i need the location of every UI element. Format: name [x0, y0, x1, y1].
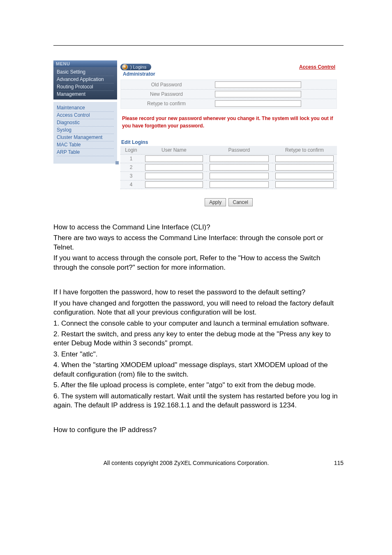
admin-screenshot: MENU Basic Setting Advanced Application … — [53, 60, 337, 206]
table-row: 3 — [120, 172, 337, 180]
username-input-1[interactable] — [145, 155, 203, 162]
faq-a2e: 4. When the "starting XMODEM upload" mes… — [53, 361, 344, 379]
edit-logins-heading: Edit Logins — [121, 139, 337, 145]
sidebar-item-mac-table[interactable]: MAC Table — [57, 141, 114, 149]
password-input-1[interactable] — [210, 155, 269, 162]
faq-a2f: 5. After the file upload process is comp… — [53, 381, 344, 390]
page-number: 115 — [319, 460, 344, 466]
retype-input-1[interactable] — [275, 155, 334, 162]
col-username: User Name — [142, 146, 206, 155]
retype-input-3[interactable] — [275, 173, 334, 179]
sidebar-item-routing-protocol[interactable]: Routing Protocol — [57, 83, 114, 91]
top-rule — [53, 45, 344, 46]
faq-a2d: 3. Enter "atlc". — [53, 350, 344, 359]
faq-a1a: There are two ways to access the Command… — [53, 234, 344, 252]
col-password: Password — [206, 146, 272, 155]
sidebar-main: Basic Setting Advanced Application Routi… — [53, 67, 117, 99]
faq-a2c: 2. Restart the switch, and press any key… — [53, 330, 344, 348]
row-new-password: New Password — [121, 90, 336, 99]
table-row: 1 — [120, 155, 337, 163]
page-footer: All contents copyright 2008 ZyXEL Commun… — [53, 460, 344, 466]
password-input-3[interactable] — [210, 173, 269, 179]
bulb-icon — [122, 64, 128, 70]
sidebar-item-syslog[interactable]: Syslog — [57, 127, 114, 134]
faq-q3: How to configure the IP address? — [53, 426, 344, 435]
username-input-2[interactable] — [145, 164, 203, 171]
title-bar: ) Logins Access Control — [120, 64, 337, 70]
page-title-text: ) Logins — [130, 65, 146, 69]
row-old-password: Old Password — [121, 80, 336, 90]
sidebar-item-basic-setting[interactable]: Basic Setting — [57, 69, 114, 76]
password-input-2[interactable] — [210, 164, 269, 171]
faq-a2a: If you have changed and forgotten the pa… — [53, 299, 344, 317]
col-login: Login — [120, 146, 142, 155]
sidebar-item-access-control[interactable]: Access Control — [57, 112, 114, 119]
cancel-button[interactable]: Cancel — [228, 198, 253, 206]
sidebar: MENU Basic Setting Advanced Application … — [53, 60, 117, 206]
username-input-4[interactable] — [145, 181, 203, 188]
access-control-link[interactable]: Access Control — [299, 64, 337, 70]
old-password-input[interactable] — [215, 81, 301, 88]
faq-a1b: If you want to access through the consol… — [53, 254, 344, 272]
splitter-handle[interactable] — [115, 161, 119, 164]
col-retype: Retype to confirm — [272, 146, 337, 155]
faq-a2b: 1. Connect the console cable to your com… — [53, 319, 344, 328]
faq-a2g: 6. The system will automatically restart… — [53, 392, 344, 410]
table-row: 4 — [120, 180, 337, 189]
new-password-label: New Password — [121, 90, 212, 99]
retype-input-2[interactable] — [275, 164, 334, 171]
content-area: ) Logins Access Control Administrator Ol… — [117, 60, 337, 206]
row-retype-password: Retype to confirm — [121, 99, 336, 108]
page-title-pill: ) Logins — [120, 64, 151, 70]
sidebar-item-advanced-application[interactable]: Advanced Application — [57, 76, 114, 83]
new-password-input[interactable] — [215, 91, 301, 97]
edit-logins-table: Login User Name Password Retype to confi… — [120, 146, 337, 189]
sidebar-item-management[interactable]: Management — [57, 91, 114, 98]
sidebar-item-cluster-management[interactable]: Cluster Management — [57, 134, 114, 141]
sidebar-item-diagnostic[interactable]: Diagnostic — [57, 119, 114, 127]
copyright: All contents copyright 2008 ZyXEL Commun… — [53, 460, 319, 466]
faq-body: How to access the Command Line Interface… — [53, 223, 344, 435]
password-warning: Please record your new password whenever… — [122, 115, 335, 130]
retype-input-4[interactable] — [275, 181, 334, 188]
password-input-4[interactable] — [210, 181, 269, 188]
login-number: 3 — [120, 172, 142, 180]
sidebar-sub: Maintenance Access Control Diagnostic Sy… — [53, 102, 117, 164]
sidebar-header: MENU — [53, 60, 117, 67]
admin-password-panel: Old Password New Password Retype to conf… — [120, 79, 337, 109]
retype-password-input[interactable] — [215, 100, 301, 107]
administrator-label: Administrator — [123, 71, 337, 77]
apply-button[interactable]: Apply — [205, 198, 226, 206]
sidebar-item-arp-table[interactable]: ARP Table — [57, 149, 114, 156]
table-row: 2 — [120, 163, 337, 172]
login-number: 1 — [120, 155, 142, 163]
login-number: 2 — [120, 163, 142, 172]
faq-q1: How to access the Command Line Interface… — [53, 223, 344, 232]
old-password-label: Old Password — [121, 80, 212, 89]
faq-q2: If I have forgotten the password, how to… — [53, 288, 344, 297]
login-number: 4 — [120, 180, 142, 189]
button-row: Apply Cancel — [120, 198, 337, 206]
username-input-3[interactable] — [145, 173, 203, 179]
sidebar-item-maintenance[interactable]: Maintenance — [57, 104, 114, 112]
retype-password-label: Retype to confirm — [121, 99, 212, 108]
